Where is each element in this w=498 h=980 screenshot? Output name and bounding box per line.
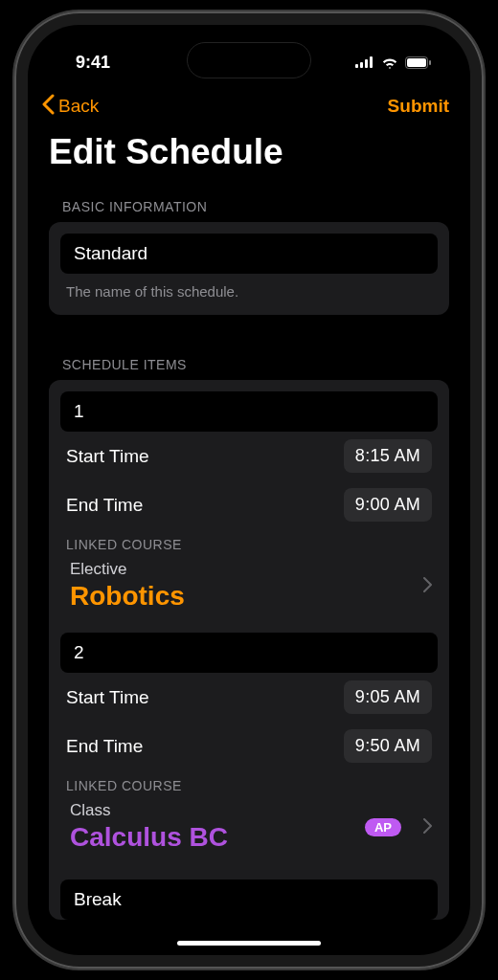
start-time-row: Start Time 8:15 AM bbox=[60, 432, 438, 480]
break-input[interactable]: Break bbox=[60, 880, 438, 920]
schedule-name-input[interactable]: Standard bbox=[60, 234, 438, 274]
submit-button[interactable]: Submit bbox=[388, 96, 449, 117]
svg-rect-2 bbox=[365, 59, 368, 68]
chevron-right-icon bbox=[423, 816, 438, 838]
schedule-items-card: 1 Start Time 8:15 AM End Time 9:00 AM LI… bbox=[49, 380, 449, 920]
content-area: BASIC INFORMATION Standard The name of t… bbox=[28, 186, 470, 920]
nav-bar: Back Submit bbox=[28, 80, 470, 128]
wifi-icon bbox=[381, 56, 398, 69]
start-time-row: Start Time 9:05 AM bbox=[60, 673, 438, 722]
back-label: Back bbox=[58, 96, 99, 117]
item-index-input[interactable]: 1 bbox=[60, 391, 438, 432]
phone-frame: 9:41 Back Submit Edit bbox=[14, 11, 484, 969]
end-time-picker[interactable]: 9:00 AM bbox=[344, 488, 432, 522]
svg-rect-6 bbox=[429, 60, 431, 65]
end-time-row: End Time 9:50 AM bbox=[60, 722, 438, 770]
page-title: Edit Schedule bbox=[28, 128, 470, 186]
screen: 9:41 Back Submit Edit bbox=[28, 25, 470, 955]
svg-rect-1 bbox=[360, 62, 363, 68]
schedule-name-helper: The name of this schedule. bbox=[60, 274, 438, 303]
linked-course-header: LINKED COURSE bbox=[60, 770, 438, 799]
start-time-picker[interactable]: 8:15 AM bbox=[344, 439, 432, 473]
cellular-signal-icon bbox=[355, 56, 374, 68]
start-time-label: Start Time bbox=[66, 687, 149, 708]
course-type: Class bbox=[70, 801, 111, 820]
battery-icon bbox=[405, 56, 432, 69]
linked-course-button[interactable]: Class Calculus BC AP bbox=[60, 799, 438, 866]
basic-info-header: BASIC INFORMATION bbox=[49, 186, 449, 222]
home-indicator[interactable] bbox=[177, 941, 321, 946]
status-icons bbox=[355, 56, 432, 69]
item-index-input[interactable]: 2 bbox=[60, 633, 438, 673]
schedule-item-1: 1 Start Time 8:15 AM End Time 9:00 AM LI… bbox=[60, 391, 438, 633]
end-time-picker[interactable]: 9:50 AM bbox=[344, 729, 432, 763]
schedule-item-2: 2 Start Time 9:05 AM End Time 9:50 AM LI… bbox=[60, 633, 438, 874]
end-time-label: End Time bbox=[66, 495, 143, 516]
course-info: Elective Robotics bbox=[70, 560, 185, 612]
end-time-row: End Time 9:00 AM bbox=[60, 480, 438, 529]
course-name: Calculus BC bbox=[70, 822, 228, 853]
linked-course-header: LINKED COURSE bbox=[60, 529, 438, 558]
course-name: Robotics bbox=[70, 581, 185, 612]
svg-rect-3 bbox=[370, 56, 373, 68]
svg-rect-0 bbox=[355, 64, 358, 68]
status-time: 9:41 bbox=[76, 53, 110, 73]
basic-info-card: Standard The name of this schedule. bbox=[49, 222, 449, 315]
start-time-picker[interactable]: 9:05 AM bbox=[344, 680, 432, 714]
schedule-items-header: SCHEDULE ITEMS bbox=[49, 344, 449, 380]
svg-rect-5 bbox=[407, 58, 426, 67]
course-type: Elective bbox=[70, 560, 127, 579]
back-button[interactable]: Back bbox=[41, 94, 99, 119]
chevron-right-icon bbox=[423, 575, 438, 597]
chevron-left-icon bbox=[41, 94, 55, 119]
course-info: Class Calculus BC bbox=[70, 801, 228, 853]
start-time-label: Start Time bbox=[66, 446, 149, 467]
linked-course-button[interactable]: Elective Robotics bbox=[60, 558, 438, 625]
dynamic-island bbox=[187, 42, 311, 78]
ap-badge: AP bbox=[365, 818, 401, 836]
end-time-label: End Time bbox=[66, 736, 143, 757]
